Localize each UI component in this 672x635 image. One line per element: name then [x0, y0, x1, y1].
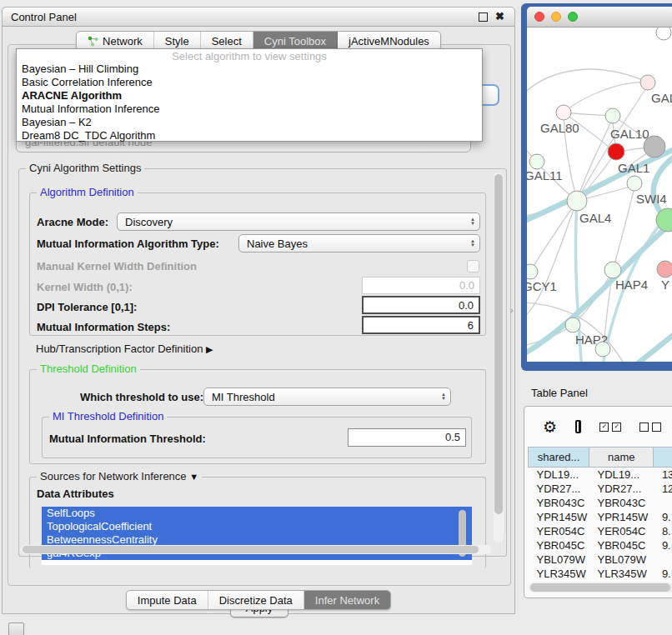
mi-steps-label: Mutual Information Steps:: [37, 321, 170, 333]
table-cell: YBR043C: [589, 496, 654, 510]
network-node[interactable]: [656, 28, 671, 40]
tab-network[interactable]: Network: [77, 32, 154, 50]
table-toolbar: ⚙ ✓✓: [524, 407, 672, 447]
node-label: GAL1: [618, 161, 649, 175]
table-row[interactable]: YBR043CYBR043C: [529, 496, 672, 510]
algorithm-option-bayesian-k2[interactable]: Bayesian – K2: [17, 116, 482, 129]
node-label: GCY1: [527, 279, 557, 293]
network-canvas[interactable]: GALGAL80GAL10GAL1GAL11SWI4GAL4GCY1HAP4YH…: [527, 28, 672, 362]
algorithm-option-dream8-dc-tdc-algorithm[interactable]: Dream8 DC_TDC Algorithm: [17, 129, 482, 142]
close-traffic-icon[interactable]: [534, 12, 544, 22]
node-label: GAL80: [540, 121, 579, 135]
algorithm-dropdown-popup: Select algorithm to view settings Bayesi…: [16, 48, 483, 142]
network-node-gal10[interactable]: [605, 108, 620, 123]
table-cell: YER054C: [529, 524, 589, 538]
column-header-name[interactable]: name: [589, 448, 654, 468]
tab-label: jActiveMNodules: [349, 35, 429, 48]
tab-impute-data[interactable]: Impute Data: [127, 591, 208, 609]
network-node-y[interactable]: [657, 261, 672, 278]
stepper-arrows-icon: ▲▼: [464, 218, 475, 226]
sources-group: Sources for Network Inference ▼ Data Att…: [29, 477, 486, 568]
mi-steps-field[interactable]: 6: [362, 316, 480, 334]
manual-kernel-checkbox[interactable]: [467, 260, 479, 272]
table-row[interactable]: YDR27...YDR27...12: [529, 482, 672, 496]
network-node-gal11[interactable]: [529, 154, 544, 169]
deselect-all-columns-icon[interactable]: [639, 422, 661, 432]
kernel-width-field[interactable]: 0.0: [362, 277, 480, 294]
column-header-clipped[interactable]: [654, 448, 672, 468]
algorithm-option-bayesian-hill-climbing[interactable]: Bayesian – Hill Climbing: [17, 62, 482, 76]
data-attributes-label: Data Attributes: [37, 488, 114, 500]
table-row[interactable]: YLR345WYLR345W9.: [529, 567, 672, 581]
network-node-gal[interactable]: [640, 75, 655, 90]
data-attributes-list[interactable]: SelfLoopsTopologicalCoefficientBetweenne…: [42, 507, 472, 565]
zoom-traffic-icon[interactable]: [568, 12, 578, 22]
columns-icon[interactable]: [575, 420, 581, 433]
cyni-algorithm-settings-group: Cyni Algorithm Settings Algorithm Defini…: [18, 168, 507, 557]
network-node-gcy1[interactable]: [527, 264, 538, 279]
tab-discretize-data[interactable]: Discretize Data: [208, 591, 304, 609]
split-pane-handle[interactable]: ›: [510, 305, 514, 315]
table-row[interactable]: YER054CYER054C8.: [529, 524, 672, 538]
kernel-width-label: Kernel Width (0,1):: [37, 281, 133, 293]
attribute-item-selfloops[interactable]: SelfLoops: [42, 507, 472, 520]
select-all-columns-icon[interactable]: ✓✓: [599, 422, 621, 432]
settings-horizontal-scrollbar[interactable]: [21, 545, 491, 554]
mi-type-value: Naive Bayes: [247, 238, 308, 250]
table-cell: 9.: [654, 510, 672, 524]
table-cell: YPR145W: [589, 510, 654, 524]
settings-vertical-scrollbar[interactable]: [494, 172, 504, 542]
network-node-gal1[interactable]: [608, 143, 624, 160]
control-panel-window: Control Panel ✖ NetworkStyleSelectCyni T…: [2, 7, 515, 614]
network-node[interactable]: [595, 342, 610, 357]
screen: Control Panel ✖ NetworkStyleSelectCyni T…: [0, 0, 672, 635]
tab-label: Style: [165, 35, 189, 48]
algorithm-option-mutual-information-inference[interactable]: Mutual Information Inference: [17, 102, 482, 116]
tab-cyni-toolbox[interactable]: Cyni Toolbox: [253, 32, 338, 50]
algorithm-option-aracne-algorithm[interactable]: ARACNE Algorithm: [17, 89, 482, 102]
close-icon[interactable]: ✖: [495, 12, 504, 21]
network-edge[interactable]: [532, 201, 577, 269]
network-node-swi4[interactable]: [627, 176, 642, 191]
node-label: HAP4: [615, 278, 648, 292]
dpi-tolerance-field[interactable]: 0.0: [362, 296, 480, 314]
network-view-window: GALGAL80GAL10GAL1GAL11SWI4GAL4GCY1HAP4YH…: [521, 3, 672, 371]
network-node[interactable]: [644, 136, 665, 158]
column-header-shared[interactable]: shared...: [529, 448, 589, 468]
network-node-hap2[interactable]: [565, 318, 580, 332]
gear-icon[interactable]: ⚙: [543, 419, 557, 435]
mi-threshold-field[interactable]: 0.5: [348, 428, 466, 447]
dpi-tolerance-label: DPI Tolerance [0,1]:: [37, 301, 137, 313]
float-window-icon[interactable]: [479, 12, 488, 22]
sources-group-title[interactable]: Sources for Network Inference ▼: [37, 470, 202, 482]
algorithm-option-basic-correlation-inference[interactable]: Basic Correlation Inference: [17, 76, 482, 89]
panel-title: Control Panel: [11, 11, 77, 23]
control-panel-titlebar: Control Panel ✖: [3, 8, 514, 27]
tab-jactivemnodules[interactable]: jActiveMNodules: [338, 32, 440, 50]
table-row[interactable]: YDL19...YDL19...13: [529, 468, 672, 482]
table-cell: YBL079W: [529, 552, 589, 567]
tab-infer-network[interactable]: Infer Network: [304, 591, 390, 609]
mi-algorithm-type-select[interactable]: Naive Bayes ▲▼: [238, 234, 480, 252]
hub-definition-label: Hub/Transcription Factor Definition: [36, 342, 203, 355]
disclosure-right-icon: ▶: [206, 344, 213, 355]
tab-select[interactable]: Select: [201, 32, 253, 50]
network-node-gal80[interactable]: [556, 105, 571, 120]
attribute-item-topologicalcoefficient[interactable]: TopologicalCoefficient: [42, 520, 472, 533]
minimized-panel-icon[interactable]: [8, 622, 24, 635]
sources-title-label: Sources for Network Inference: [40, 470, 187, 482]
network-node-gal4[interactable]: [567, 191, 587, 211]
tab-style[interactable]: Style: [154, 32, 201, 50]
table-row[interactable]: YBR045CYBR045C9.: [529, 538, 672, 552]
which-threshold-label: Which threshold to use:: [80, 391, 203, 403]
table-horizontal-scrollbar[interactable]: [529, 582, 672, 592]
aracne-mode-select[interactable]: Discovery ▲▼: [117, 212, 480, 231]
network-window-titlebar: [527, 7, 672, 28]
minimize-traffic-icon[interactable]: [551, 12, 561, 22]
table-cell: YLR345W: [529, 567, 589, 581]
table-row[interactable]: YBL079WYBL079W: [529, 552, 672, 567]
hub-definition-disclosure[interactable]: Hub/Transcription Factor Definition ▶: [36, 342, 213, 355]
table-row[interactable]: YPR145WYPR145W9.: [529, 510, 672, 524]
network-node-hap4[interactable]: [604, 262, 621, 278]
which-threshold-select[interactable]: MI Threshold ▲▼: [203, 388, 451, 406]
